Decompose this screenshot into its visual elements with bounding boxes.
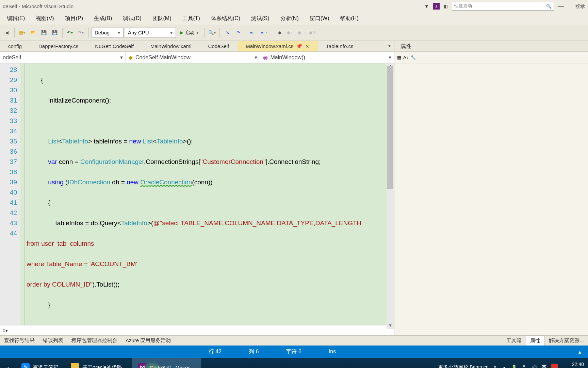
separator [204,28,205,37]
step-over-button[interactable]: ↷ [233,28,243,37]
sort-icon[interactable]: A↓ [403,55,408,60]
menu-edit[interactable]: 编辑(E) [1,12,30,25]
minimize-button[interactable]: — [558,3,564,10]
class-dropdown[interactable]: ◆ CodeSelf.MainWindow▾ [126,52,260,63]
categorize-icon[interactable]: ▦ [397,55,401,60]
code-content[interactable]: { InitializeComponent(); List<TableInfo>… [24,63,394,325]
wrench-icon[interactable]: 🔧 [410,55,416,60]
onedrive-icon[interactable]: ☁ [502,365,506,368]
menu-window[interactable]: 窗口(W) [304,12,335,25]
status-line: 行 42 [209,348,222,355]
tab-codeself[interactable]: CodeSelf [200,41,238,51]
network-icon[interactable]: 🖧 [522,365,526,368]
tab-package-manager-console[interactable]: 程序包管理器控制台 [67,336,121,346]
login-button[interactable]: 登录 [575,3,585,10]
config-value: Debug [95,30,110,35]
method-icon: ◉ [263,54,268,61]
tab-azure-app-services[interactable]: Azure 应用服务活动 [121,336,175,346]
tab-toolbox[interactable]: 工具箱 [502,336,526,346]
bookmark-button[interactable]: ◆ [275,28,284,37]
find-button[interactable]: 🔍▾ [207,28,217,37]
close-tab-button[interactable]: ✕ [305,44,309,49]
menu-bar: 编辑(E) 视图(V) 项目(P) 生成(B) 调试(D) 团队(M) 工具(T… [0,12,588,25]
liveshare-badge[interactable]: 1 [433,3,440,10]
search-icon: ⌕ [6,365,9,368]
status-resize-grip[interactable]: ▴ [578,349,581,355]
indent-button[interactable]: ≡→ [260,28,269,37]
tab-mainwindow-cs[interactable]: MainWindow.xaml.cs 📌 ✕ [238,41,318,51]
tab-nuget[interactable]: NuGet: CodeSelf [87,41,142,51]
menu-build[interactable]: 生成(B) [88,12,117,25]
nav-back-button[interactable]: ◀ [2,28,12,37]
platform-value: Any CPU [128,30,149,35]
document-tabs: config DapperFactory.cs NuGet: CodeSelf … [0,41,588,52]
tab-mainwindow-xaml[interactable]: MainWindow.xaml [142,41,200,51]
notifications-icon[interactable]: ◧ [444,4,448,9]
open-file-button[interactable]: 📂 [28,28,38,37]
menu-test[interactable]: 测试(S) [246,12,275,25]
clear-bookmarks-button[interactable]: ◆✕ [308,28,317,37]
play-icon: ▶ [180,30,183,35]
start-debug-button[interactable]: ▶ 启动 ▾ [177,28,201,38]
system-tray[interactable]: 更多-北盟网校 Bamn.cn ᐱ ☁ 🔋 🖧 🔊 英 [435,364,561,368]
menu-architecture[interactable]: 体系结构(C) [206,12,246,25]
search-icon: 🔍 [546,4,552,9]
prev-bookmark-button[interactable]: ◆← [286,28,295,37]
save-button[interactable]: 💾 [39,28,49,37]
menu-team[interactable]: 团队(M) [147,12,177,25]
menu-help[interactable]: 帮助(H) [334,12,364,25]
tab-config[interactable]: config [0,41,30,51]
tab-solution-explorer[interactable]: 解决方案资源... [545,336,588,346]
editor-bottom-combo[interactable]: 0▾ [0,325,394,335]
scroll-down-arrow[interactable]: ▼ [387,323,394,325]
start-label: 启动 [185,30,194,36]
taskbar-search[interactable]: ⌕ [0,358,15,368]
outline-margin [20,63,24,325]
redo-button[interactable]: ↷▾ [76,28,86,37]
scroll-thumb[interactable] [387,66,393,189]
undo-button[interactable]: ↶▾ [65,28,75,37]
tab-overflow-button[interactable]: ▾ [385,41,394,51]
volume-icon[interactable]: 🔊 [531,365,537,368]
tab-find-symbol-results[interactable]: 查找符号结果 [0,336,39,346]
menu-view[interactable]: 视图(V) [30,12,59,25]
save-all-button[interactable]: 💾 [50,28,60,37]
status-bar: 行 42 列 6 字符 6 Ins ▴ [0,346,588,358]
filter-icon[interactable]: ▼ [424,4,429,9]
quick-launch-input[interactable]: 快速启动 🔍 [452,2,554,11]
namespace-dropdown[interactable]: odeSelf▾ [0,52,126,63]
outdent-button[interactable]: ≡← [249,28,258,37]
tab-properties[interactable]: 属性 [526,336,545,346]
taskbar-clock[interactable]: 22:40 2020/6/8 [561,362,588,368]
sogou-icon[interactable] [551,364,558,368]
member-dropdown[interactable]: ◉ MainWindow()▾ [260,52,394,63]
menu-tools[interactable]: 工具(T) [177,12,206,25]
class-icon: ◆ [129,54,133,61]
chevron-down-icon: ▾ [5,328,8,333]
tab-tableinfo[interactable]: TableInfo.cs [318,41,362,51]
taskbar-youdao[interactable]: ✎ 有道云笔记 [15,358,65,368]
note-icon: ✎ [21,363,30,368]
next-bookmark-button[interactable]: ◆→ [297,28,306,37]
solution-platform-dropdown[interactable]: Any CPU▾ [125,28,176,38]
new-project-button[interactable]: ▦▾ [17,28,27,37]
tab-dapperfactory[interactable]: DapperFactory.cs [30,41,87,51]
solution-config-dropdown[interactable]: Debug▾ [92,28,124,38]
status-mode: Ins [329,349,336,355]
battery-icon[interactable]: 🔋 [511,365,517,368]
tab-error-list[interactable]: 错误列表 [39,336,67,346]
menu-debug[interactable]: 调试(D) [117,12,147,25]
taskbar-visual-studio[interactable]: ⋈ CodeSelf - Micros... [132,358,201,368]
vs-icon: ⋈ [138,363,146,368]
ime-icon[interactable]: 英 [542,364,546,368]
separator [246,28,246,37]
pin-icon[interactable]: 📌 [296,43,303,49]
window-title: deSelf - Microsoft Visual Studio [3,3,74,9]
step-into-button[interactable]: ↘ [223,28,232,37]
menu-project[interactable]: 项目(P) [60,12,88,25]
vertical-scrollbar[interactable]: ▲ ▼ [387,63,394,325]
taskbar-folder[interactable]: 基于oracle的代码... [65,358,132,368]
chevron-up-icon[interactable]: ᐱ [493,365,497,368]
code-editor[interactable]: 2829303132333435363738394041424344 { Ini… [0,63,394,325]
menu-analyze[interactable]: 分析(N) [275,12,304,25]
